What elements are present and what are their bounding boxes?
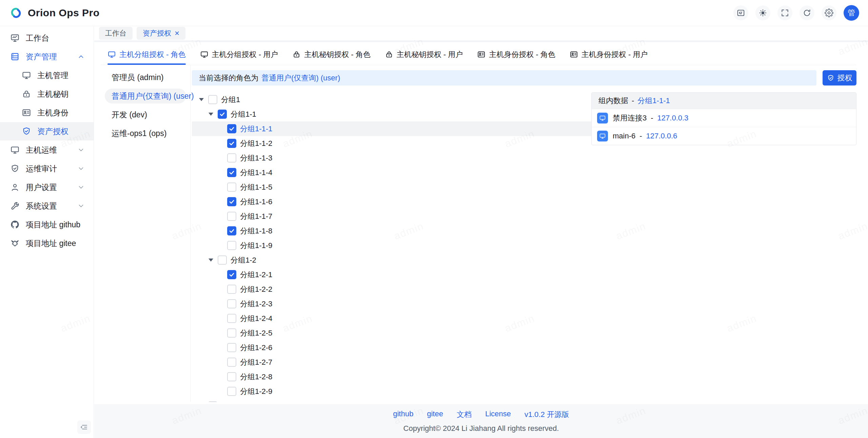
tree-node[interactable]: 分组1-2 bbox=[192, 253, 591, 267]
sidebar-item-label: 项目地址 github bbox=[26, 220, 80, 230]
tree-node[interactable]: 分组1-1-6 bbox=[192, 194, 591, 209]
tree-checkbox[interactable] bbox=[227, 299, 236, 308]
shield-icon bbox=[10, 164, 20, 173]
tree-checkbox[interactable] bbox=[227, 387, 236, 396]
theme-sun-icon[interactable] bbox=[755, 5, 770, 20]
role-item[interactable]: 运维-ops1 (ops) bbox=[105, 126, 186, 141]
tree-node[interactable]: 分组1-1-4 bbox=[192, 165, 591, 180]
role-item-label: 管理员 (admin) bbox=[112, 72, 163, 83]
sidebar-item[interactable]: 系统设置 bbox=[0, 197, 94, 215]
tree-node[interactable]: 分组1-1-7 bbox=[192, 209, 591, 224]
tab-lock-2[interactable]: 主机秘钥授权 - 角色 bbox=[292, 44, 371, 65]
footer-link[interactable]: v1.0.2 开源版 bbox=[525, 410, 569, 420]
tree-checkbox[interactable] bbox=[227, 328, 236, 338]
sidebar-subitem[interactable]: 主机身份 bbox=[0, 103, 94, 122]
tree-checkbox[interactable] bbox=[227, 139, 236, 148]
footer-link[interactable]: 文档 bbox=[457, 410, 472, 420]
tree-node-label: 分组1-1-3 bbox=[240, 153, 272, 163]
sidebar-subitem[interactable]: 主机秘钥 bbox=[0, 85, 94, 103]
tree-checkbox[interactable] bbox=[227, 168, 236, 177]
close-icon[interactable]: × bbox=[175, 29, 179, 37]
sidebar-item[interactable]: 项目地址 gitee bbox=[0, 234, 94, 252]
caret-down-icon[interactable] bbox=[199, 98, 208, 101]
sidebar-item[interactable]: 工作台 bbox=[0, 29, 94, 47]
tree-node-label: 分组1-1-7 bbox=[240, 211, 272, 222]
tree-checkbox[interactable] bbox=[227, 270, 236, 279]
logo[interactable]: Orion Ops Pro bbox=[9, 6, 100, 20]
tree-node[interactable]: 分组1-2-5 bbox=[192, 326, 591, 340]
host-ip[interactable]: 127.0.0.3 bbox=[657, 114, 689, 122]
opened-tab[interactable]: 工作台 bbox=[99, 27, 133, 40]
tab-idcard-4[interactable]: 主机身份授权 - 角色 bbox=[477, 44, 555, 65]
authorize-button[interactable]: 授权 bbox=[823, 70, 856, 85]
tree-checkbox[interactable] bbox=[227, 124, 236, 133]
tree-checkbox[interactable] bbox=[227, 197, 236, 206]
lock-icon bbox=[292, 50, 301, 59]
tree-checkbox[interactable] bbox=[218, 255, 227, 265]
host-ip[interactable]: 127.0.0.6 bbox=[646, 132, 677, 140]
group-data-panel: 组内数据 - 分组1-1-1 禁用连接3-127.0.0.3main-6-127… bbox=[591, 92, 856, 145]
refresh-icon[interactable] bbox=[800, 5, 814, 20]
role-item[interactable]: 开发 (dev) bbox=[105, 107, 186, 122]
tree-checkbox[interactable] bbox=[208, 401, 217, 402]
tree-checkbox[interactable] bbox=[227, 314, 236, 323]
sidebar-item[interactable]: 主机运维 bbox=[0, 141, 94, 159]
sidebar-item[interactable]: 运维审计 bbox=[0, 159, 94, 178]
tree-checkbox[interactable] bbox=[227, 343, 236, 352]
tree-node[interactable]: 分组1-2-2 bbox=[192, 282, 591, 297]
tree-node[interactable]: 分组1-1 bbox=[192, 107, 591, 121]
host-row[interactable]: 禁用连接3-127.0.0.3 bbox=[592, 109, 856, 127]
tree-node[interactable]: 分组1-2-8 bbox=[192, 369, 591, 384]
avatar[interactable]: 管 bbox=[844, 5, 859, 21]
tree-node[interactable]: 分组1-2-7 bbox=[192, 355, 591, 369]
main-panel: 当前选择的角色为 普通用户(仅查询) (user) 授权 分组1分组1-1分组1… bbox=[191, 65, 856, 402]
fullscreen-icon[interactable] bbox=[777, 5, 792, 20]
sidebar-subitem-label: 主机管理 bbox=[37, 70, 68, 81]
tree-checkbox[interactable] bbox=[227, 226, 236, 235]
tree-checkbox[interactable] bbox=[227, 372, 236, 381]
sidebar-item[interactable]: 项目地址 github bbox=[0, 215, 94, 234]
tree-checkbox[interactable] bbox=[227, 241, 236, 250]
tree-node[interactable]: 分组1-2-1 bbox=[192, 267, 591, 282]
tree-checkbox[interactable] bbox=[227, 212, 236, 221]
alert-role-link[interactable]: 普通用户(仅查询) (user) bbox=[261, 73, 340, 83]
footer-link[interactable]: License bbox=[485, 410, 511, 420]
code-icon[interactable] bbox=[733, 5, 748, 20]
tree-node[interactable]: 分组1 bbox=[192, 92, 591, 107]
role-item[interactable]: 普通用户(仅查询) (user) bbox=[105, 89, 186, 103]
tree-checkbox[interactable] bbox=[227, 285, 236, 294]
host-row[interactable]: main-6-127.0.0.6 bbox=[592, 127, 856, 145]
tree-node[interactable]: 分组1-1-9 bbox=[192, 238, 591, 253]
tree-checkbox[interactable] bbox=[227, 358, 236, 367]
tree-node[interactable]: 分组1-1-2 bbox=[192, 136, 591, 151]
tree-node[interactable]: 分组1-1-5 bbox=[192, 180, 591, 194]
footer-link[interactable]: gitee bbox=[427, 410, 443, 420]
opened-tab[interactable]: 资产授权× bbox=[137, 27, 185, 40]
tree-node[interactable]: 分组1-2-3 bbox=[192, 297, 591, 311]
tree-node[interactable]: 分组1-1-8 bbox=[192, 224, 591, 238]
tree-node[interactable]: 分组1-2-9 bbox=[192, 384, 591, 399]
sidebar-item[interactable]: 用户设置 bbox=[0, 178, 94, 196]
tab-monitor-0[interactable]: 主机分组授权 - 角色 bbox=[107, 44, 186, 65]
tree-node[interactable]: 分组1-2-4 bbox=[192, 311, 591, 326]
tree-checkbox[interactable] bbox=[227, 183, 236, 192]
sidebar-collapse-button[interactable] bbox=[77, 420, 91, 434]
tree-checkbox[interactable] bbox=[218, 110, 227, 119]
tab-monitor-1[interactable]: 主机分组授权 - 用户 bbox=[200, 44, 278, 65]
role-item[interactable]: 管理员 (admin) bbox=[105, 70, 186, 85]
sidebar-item[interactable]: 资产管理 bbox=[0, 47, 94, 66]
footer-link[interactable]: github bbox=[393, 410, 413, 420]
tree-checkbox[interactable] bbox=[227, 153, 236, 163]
settings-gear-icon[interactable] bbox=[822, 5, 836, 20]
tree-node[interactable]: 分组1-1-1 bbox=[192, 121, 591, 136]
tree-node[interactable]: 分组1-1-3 bbox=[192, 151, 591, 165]
tree-node[interactable]: 分组2 bbox=[192, 399, 591, 402]
tree-checkbox[interactable] bbox=[208, 95, 217, 104]
caret-down-icon[interactable] bbox=[209, 113, 218, 116]
tab-idcard-5[interactable]: 主机身份授权 - 用户 bbox=[570, 44, 648, 65]
tree-node[interactable]: 分组1-2-6 bbox=[192, 340, 591, 355]
caret-down-icon[interactable] bbox=[209, 259, 218, 262]
sidebar-subitem[interactable]: 资产授权 bbox=[0, 122, 94, 140]
tab-lock-3[interactable]: 主机秘钥授权 - 用户 bbox=[385, 44, 463, 65]
sidebar-subitem[interactable]: 主机管理 bbox=[0, 66, 94, 84]
